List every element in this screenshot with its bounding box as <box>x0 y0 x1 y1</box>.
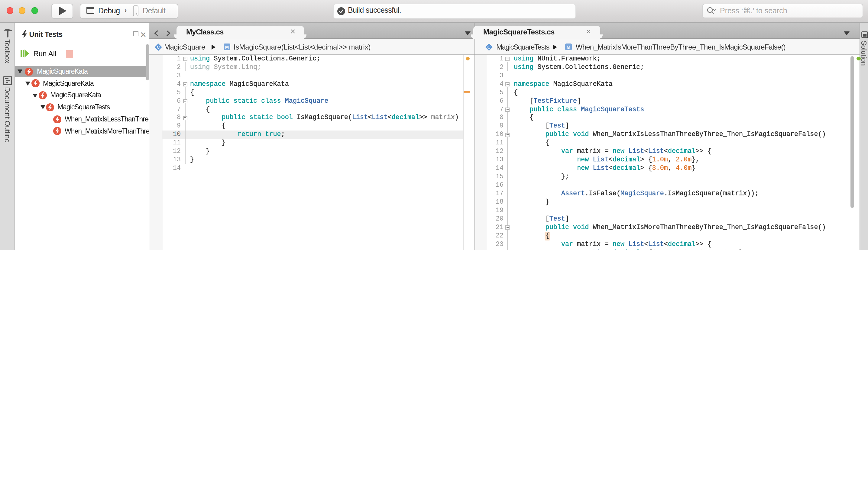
svg-text:M: M <box>566 44 570 49</box>
svg-text:C: C <box>487 44 491 49</box>
svg-text:C: C <box>157 44 160 49</box>
svg-text:M: M <box>225 44 229 49</box>
